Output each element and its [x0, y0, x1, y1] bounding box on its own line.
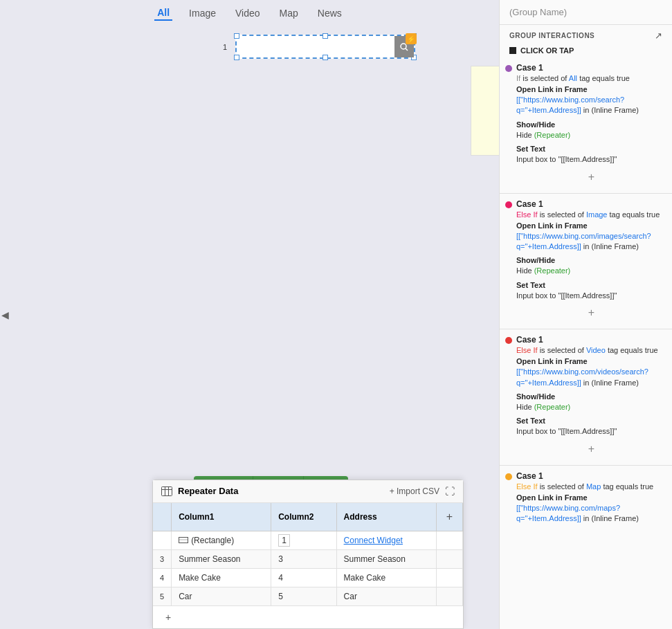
rect-icon: (Rectangle): [179, 536, 234, 545]
th-column1: Column1: [172, 503, 271, 531]
svg-rect-4: [162, 486, 172, 495]
action-detail-3a: [["https://www.bing.com/maps?q="+Item.Ad…: [516, 503, 666, 525]
action-set-text-0: Set Text Input box to "[[Item.Address]]": [505, 145, 666, 165]
condition-rest-1: tag equals true: [610, 210, 660, 219]
action-detail-2b: Hide (Repeater): [516, 402, 666, 412]
table-row: 5 Car 5 Car: [153, 587, 463, 606]
handle-tl[interactable]: [234, 33, 239, 39]
special-row-num: [153, 531, 172, 550]
action-open-link-1: Open Link in Frame [["https://www.bing.c…: [505, 221, 666, 253]
action-show-hide-0: Show/Hide Hide (Repeater): [505, 120, 666, 140]
lightning-badge: ⚡: [406, 33, 417, 44]
external-link-icon[interactable]: ↗: [655, 30, 662, 41]
action-show-hide-1: Show/Hide Hide (Repeater): [505, 256, 666, 276]
action-detail-0a: [["https://www.bing.com/search?q="+Item.…: [516, 95, 666, 116]
th-empty: [153, 503, 172, 531]
widget-container: 1 ⚡: [235, 35, 415, 59]
condition-tag-3: Map: [586, 482, 601, 491]
special-col2: 1: [271, 531, 336, 550]
case-title-purple: Case 1: [516, 63, 543, 73]
import-csv-btn[interactable]: + Import CSV: [390, 486, 439, 496]
canvas-area: ◀ All Image Video Map News 1: [0, 0, 499, 629]
add-action-btn-0[interactable]: +: [505, 170, 666, 185]
tabs-bar: All Image Video Map News: [0, 0, 499, 26]
row-4-col1: Make Cake: [172, 569, 271, 587]
case-block-red: Case 1 Else If is selected of Video tag …: [500, 332, 672, 459]
action-detail-1b: Hide (Repeater): [516, 266, 666, 276]
search-icon-btn[interactable]: ⚡: [394, 36, 414, 57]
th-column2: Column2: [271, 503, 336, 531]
row-5-add: [436, 587, 462, 606]
data-table-wrap: Column1 Column2 Address +: [153, 503, 463, 607]
click-tap-label: CLICK OR TAP: [500, 44, 672, 60]
action-title-3a: Open Link in Frame: [516, 493, 666, 502]
condition-tag-1: Image: [586, 210, 608, 219]
handle-tm[interactable]: [323, 33, 328, 39]
panel-header: Repeater Data + Import CSV ⛶: [153, 480, 463, 503]
row-5-col3: Car: [336, 587, 436, 606]
section-header: GROUP INTERACTIONS ↗: [500, 25, 672, 44]
svg-line-1: [406, 48, 408, 51]
panel-title: Repeater Data: [161, 486, 238, 496]
row-4-col3: Make Cake: [336, 569, 436, 587]
condition-rest-0: tag equals true: [579, 74, 630, 82]
group-name: (Group Name): [500, 0, 672, 25]
case-title-orange: Case 1: [516, 471, 543, 481]
action-set-text-2: Set Text Input box to "[[Item.Address]]": [505, 417, 666, 437]
condition-text-1: is selected of: [540, 210, 586, 219]
action-detail-2a: [["https://www.bing.com/videos/search?q=…: [516, 367, 666, 388]
condition-rest-2: tag equals true: [608, 346, 658, 354]
handle-bl[interactable]: [234, 55, 239, 60]
tab-all[interactable]: All: [154, 6, 172, 21]
search-input[interactable]: [237, 39, 414, 55]
condition-text-0: is selected of: [523, 74, 569, 82]
action-title-1c: Set Text: [516, 281, 666, 289]
action-title-2b: Show/Hide: [516, 392, 666, 401]
else-if-red: Else If: [516, 346, 538, 354]
case-condition-red: Else If is selected of Video tag equals …: [505, 346, 666, 354]
search-widget: 1 ⚡: [235, 35, 415, 59]
row-4-add: [436, 569, 462, 587]
click-tap-indicator: [509, 47, 516, 54]
condition-tag-0: All: [569, 74, 577, 82]
action-title-1a: Open Link in Frame: [516, 221, 666, 230]
tab-news[interactable]: News: [315, 6, 345, 20]
special-col3[interactable]: Connect Widget: [336, 531, 436, 550]
th-add-col[interactable]: +: [436, 503, 462, 531]
tab-map[interactable]: Map: [277, 6, 301, 20]
case-block-pink: Case 1 Else If is selected of Image tag …: [500, 197, 672, 324]
add-column-btn[interactable]: +: [444, 508, 455, 526]
case-condition-purple: If is selected of All tag equals true: [505, 74, 666, 82]
expand-icon[interactable]: ⛶: [445, 486, 455, 497]
tab-video[interactable]: Video: [233, 6, 263, 20]
action-detail-1a: [["https://www.bing.com/images/search?q=…: [516, 231, 666, 253]
handle-bm[interactable]: [323, 55, 328, 60]
divider-2: [500, 465, 672, 466]
tab-image[interactable]: Image: [186, 6, 219, 20]
action-set-text-1: Set Text Input box to "[[Item.Address]]": [505, 281, 666, 301]
special-row-add: [436, 531, 462, 550]
add-row-btn[interactable]: +: [158, 609, 178, 626]
panel-title-text: Repeater Data: [178, 486, 238, 496]
case-condition-pink: Else If is selected of Image tag equals …: [505, 210, 666, 219]
row-3-add: [436, 550, 462, 569]
section-title: GROUP INTERACTIONS: [509, 32, 594, 39]
condition-text-3: is selected of: [540, 482, 586, 491]
connect-widget-btn[interactable]: Connect Widget: [344, 536, 403, 545]
add-action-btn-2[interactable]: +: [505, 441, 666, 457]
else-if-pink: Else If: [516, 210, 538, 219]
case-title-red: Case 1: [516, 335, 543, 345]
action-detail-2c: Input box to "[[Item.Address]]": [516, 426, 666, 437]
case-header-orange: Case 1: [505, 468, 666, 482]
add-row-area[interactable]: +: [153, 606, 463, 628]
case-block-orange: Case 1 Else If is selected of Map tag eq…: [500, 468, 672, 529]
table-special-row: (Rectangle) 1 Connect Widget: [153, 531, 463, 550]
condition-rest-3: tag equals true: [603, 482, 653, 491]
row-3-col1: Summer Season: [172, 550, 271, 569]
condition-keyword-0: If: [516, 74, 520, 82]
table-row: 3 Summer Season 3 Summer Season: [153, 550, 463, 569]
right-panel: (Group Name) GROUP INTERACTIONS ↗ CLICK …: [499, 0, 672, 629]
rectangle-icon: [179, 537, 188, 543]
action-title-0c: Set Text: [516, 145, 666, 153]
add-action-btn-1[interactable]: +: [505, 305, 666, 320]
